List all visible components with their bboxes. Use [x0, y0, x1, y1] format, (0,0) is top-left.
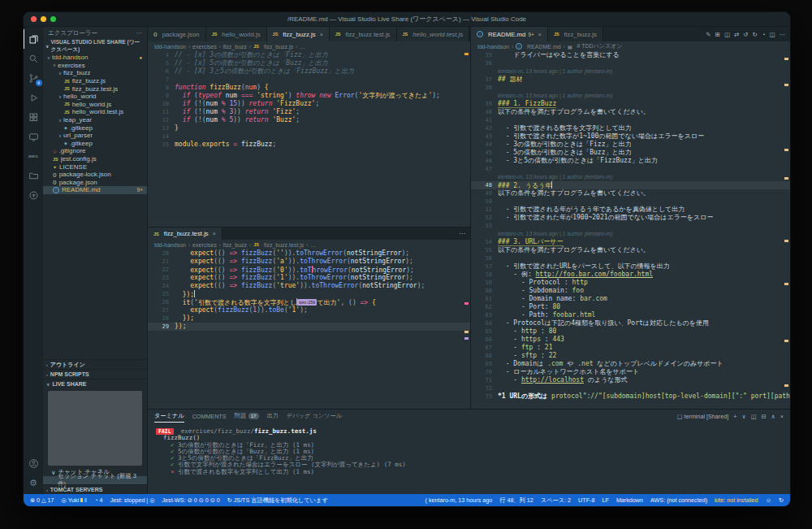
kite-status[interactable]: kite: not installed	[715, 496, 758, 504]
next-change-icon[interactable]: ↻	[753, 31, 758, 38]
zoom-window-button[interactable]	[50, 16, 56, 22]
eol[interactable]: LF	[602, 496, 608, 504]
tab-README.md[interactable]: iREADME.md9+×	[471, 27, 548, 41]
breadcrumb-item[interactable]: tdd-handson	[154, 44, 186, 50]
breadcrumb-item[interactable]: README.md	[527, 44, 561, 50]
sidebar-section-tomcat-servers[interactable]: ›TOMCAT SERVERS	[43, 484, 147, 494]
breadcrumb-item[interactable]: # TDDハンズオン	[577, 42, 623, 50]
toggle-blame-icon[interactable]: ✎	[706, 31, 710, 38]
live-share-icon[interactable]	[24, 185, 43, 205]
breadcrumb-item[interactable]: tdd-handson	[154, 242, 186, 248]
live-share-user[interactable]: ◎ Yuki	[62, 496, 88, 504]
encoding[interactable]: UTF-8	[578, 496, 594, 504]
markdown-preview-icon[interactable]: ⊞	[715, 31, 720, 38]
breadcrumb-item[interactable]: fizz_buzz	[223, 44, 247, 50]
tree-item-tdd-handson[interactable]: ∨tdd-handson●	[43, 54, 147, 62]
maximize-panel-icon[interactable]: ∧	[771, 413, 775, 420]
breadcrumb-fizz-buzz[interactable]: tdd-handson›exercises›fizz_buzz›JSfizz_b…	[148, 41, 470, 51]
language-mode[interactable]: Markdown	[616, 496, 643, 504]
jest-ws-status[interactable]: Jest-WS: ⊘ 0 ⊙ 0 ⊙ 0	[162, 496, 220, 504]
problems-status[interactable]: ⊗ 0 △ 17	[30, 496, 54, 504]
tab-fizz_buzz.test.js[interactable]: JSfizz_buzz.test.js×	[148, 228, 222, 240]
aws-icon[interactable]: aws	[24, 146, 43, 166]
session-chat-row[interactable]: セッション チャット (新規 3 件)	[43, 476, 147, 484]
panel-tab-ターミナル[interactable]: ターミナル	[154, 410, 184, 423]
panel-tab-問題[interactable]: 問題17	[235, 410, 259, 423]
settings-gear-icon[interactable]: ⚙	[24, 473, 43, 492]
tab-fizz_buzz.js[interactable]: JSfizz_buzz.js	[548, 27, 603, 41]
breadcrumb-item[interactable]: fizz_buzz	[223, 242, 247, 248]
new-terminal-icon[interactable]: +	[733, 413, 736, 420]
close-icon[interactable]: ×	[320, 32, 323, 37]
panel-tab-COMMENTS[interactable]: COMMENTS	[192, 410, 227, 423]
tree-item-url_parser[interactable]: ∨url_parser	[43, 132, 147, 140]
terminal-select[interactable]: ▢ terminal [Shared]	[677, 413, 729, 420]
tree-item-leap_year[interactable]: ∨leap_year	[43, 116, 147, 124]
tab-fizz_buzz.js[interactable]: JSfizz_buzz.js×	[267, 27, 330, 41]
panel-tab-デバッグ コンソール[interactable]: デバッグ コンソール	[287, 410, 342, 423]
sidebar-section-アウトライン[interactable]: ›アウトライン	[43, 359, 147, 369]
breadcrumb-readme[interactable]: tdd-handson›iREADME.md›▤# TDDハンズオン	[471, 41, 790, 51]
code-readme[interactable]: 35 ドライバーはやることを言葉にする36kentaro-m, 13 hours…	[471, 51, 790, 409]
participants-count[interactable]: ◔ 4	[94, 496, 102, 504]
tree-item-jest.config.js[interactable]: JSjest.config.js	[43, 155, 147, 163]
tree-item-hello_world.test.js[interactable]: JShello_world.test.js	[43, 108, 147, 116]
breadcrumb-item[interactable]: exercises	[192, 242, 217, 248]
code-test[interactable]: 20 expect(() => fizzBuzz('')).toThrowErr…	[148, 249, 470, 409]
explorer-more-icon[interactable]: ⋯	[136, 29, 143, 37]
breadcrumb-item[interactable]: …	[311, 242, 317, 248]
breadcrumb-test[interactable]: tdd-handson›exercises›fizz_buzz›JSfizz_b…	[148, 240, 470, 249]
close-icon[interactable]: ×	[213, 231, 216, 236]
workspace-section[interactable]: ∨ VISUAL STUDIO LIVE SHARE (ワークスペース)	[43, 39, 147, 54]
folders-icon[interactable]	[24, 166, 43, 185]
search-icon[interactable]	[24, 49, 43, 68]
tree-item-.gitkeep[interactable]: ◆.gitkeep	[43, 140, 147, 148]
more-actions-icon[interactable]: ⋯	[780, 31, 786, 38]
sync-icon[interactable]: ↻	[779, 496, 784, 504]
close-icon[interactable]: ×	[538, 32, 542, 37]
aws-status[interactable]: AWS: (not connected)	[650, 496, 707, 504]
tab-hello_world.test.js[interactable]: JShello_world.test.js	[397, 27, 470, 41]
tree-item-.gitignore[interactable]: ◇.gitignore	[43, 147, 147, 155]
split-terminal-icon[interactable]: ◫	[751, 413, 757, 420]
open-changes-icon[interactable]: ◫	[724, 31, 730, 38]
code-fizz-buzz[interactable]: 4// - [x] 3の倍数が引数のときは「Fizz」と出力5// - [x] …	[148, 51, 470, 227]
breadcrumb-item[interactable]: fizz_buzz.test.js	[264, 242, 304, 248]
tree-item-LICENSE[interactable]: ✦LICENSE	[43, 163, 147, 171]
terminal-dropdown-icon[interactable]: ∨	[741, 413, 745, 420]
tree-item-README.md[interactable]: iREADME.md9+	[43, 186, 147, 194]
jest-status[interactable]: Jest: stopped | ◎	[110, 496, 155, 504]
split-editor-icon[interactable]: ◫	[769, 31, 775, 38]
indentation[interactable]: スペース: 2	[541, 496, 571, 505]
tree-item-hello_world[interactable]: ∨hello_world	[43, 93, 147, 101]
tree-item-package-lock.json[interactable]: {}package-lock.json	[43, 171, 147, 179]
gitlens-blame[interactable]: ( kentaro-m, 13 hours ago	[425, 496, 493, 504]
tree-item-fizz_buzz.js[interactable]: JSfizz_buzz.js	[43, 77, 147, 85]
remote-explorer-icon[interactable]	[24, 127, 43, 146]
more-tabs-icon[interactable]: ⋯	[469, 31, 470, 38]
tab-package.json[interactable]: {}package.json	[148, 27, 206, 41]
terminal-output[interactable]: FAIL exercises/fizz_buzz/fizz_buzz.test.…	[148, 423, 790, 494]
more-tabs-icon[interactable]: ⋯	[454, 230, 470, 237]
tree-item-fizz_buzz.test.js[interactable]: JSfizz_buzz.test.js	[43, 85, 147, 93]
breadcrumb-item[interactable]: exercises	[192, 44, 217, 50]
breadcrumb-item[interactable]: tdd-handson	[477, 44, 509, 50]
source-control-icon[interactable]: 4	[24, 68, 43, 88]
close-panel-icon[interactable]: ×	[780, 413, 784, 420]
tree-item-.gitkeep[interactable]: ◆.gitkeep	[43, 124, 147, 132]
breadcrumb-item[interactable]: …	[300, 44, 305, 50]
cursor-position[interactable]: 行 48、列 12	[499, 496, 533, 505]
tree-item-exercises[interactable]: ∨exercises	[43, 62, 147, 70]
run-debug-icon[interactable]	[24, 88, 43, 107]
account-icon[interactable]	[24, 453, 43, 473]
extensions-icon[interactable]	[24, 107, 43, 127]
tree-item-fizz_buzz[interactable]: ∨fizz_buzz	[43, 69, 147, 77]
tab-fizz_buzz.test.js[interactable]: JSfizz_buzz.test.js	[330, 27, 397, 41]
breadcrumb-item[interactable]: fizz_buzz.js	[264, 44, 293, 50]
tree-item-package.json[interactable]: {}package.json	[43, 179, 147, 187]
tree-item-hello_world.js[interactable]: JShello_world.js	[43, 101, 147, 109]
explorer-icon[interactable]	[24, 29, 43, 49]
tab-hello_world.js[interactable]: JShello_world.js	[206, 27, 267, 41]
close-window-button[interactable]	[31, 16, 37, 22]
feedback-icon[interactable]: ☺	[766, 496, 771, 504]
